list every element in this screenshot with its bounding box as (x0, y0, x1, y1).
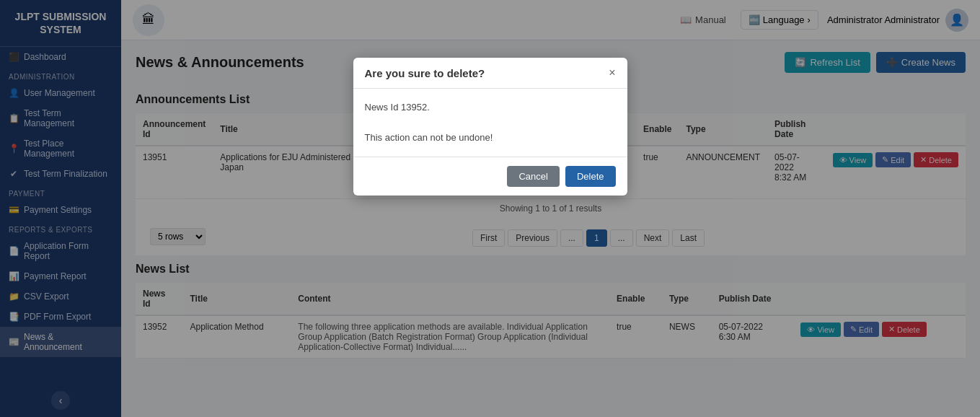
delete-confirm-modal: Are you sure to delete? × News Id 13952.… (353, 58, 627, 196)
modal-delete-button[interactable]: Delete (565, 166, 616, 187)
modal-header: Are you sure to delete? × (353, 58, 627, 89)
modal-warning: This action can not be undone! (365, 131, 616, 146)
close-icon: × (609, 66, 615, 79)
modal-footer: Cancel Delete (353, 157, 627, 196)
modal-cancel-button[interactable]: Cancel (507, 166, 559, 187)
modal-close-button[interactable]: × (609, 66, 615, 79)
modal-overlay: Are you sure to delete? × News Id 13952.… (0, 0, 980, 417)
modal-news-id: News Id 13952. (365, 100, 616, 115)
modal-title: Are you sure to delete? (365, 67, 485, 79)
modal-body: News Id 13952. This action can not be un… (353, 89, 627, 157)
